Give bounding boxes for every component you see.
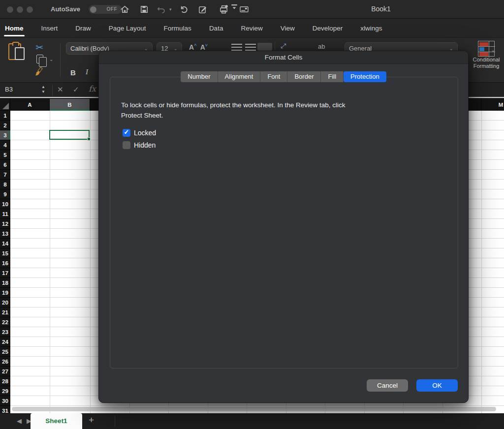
save-icon[interactable] <box>140 4 149 15</box>
row-header-13[interactable]: 13 <box>0 229 10 239</box>
ribbon-tab-page-layout[interactable]: Page Layout <box>109 25 146 32</box>
row-header-15[interactable]: 15 <box>0 248 10 258</box>
row-header-5[interactable]: 5 <box>0 150 10 160</box>
confirm-entry-icon[interactable]: ✓ <box>73 85 79 94</box>
row-header-26[interactable]: 26 <box>0 357 10 367</box>
select-all-corner[interactable] <box>0 99 10 111</box>
conditional-formatting-chevron-icon: ⌄ <box>491 47 495 53</box>
dialog-tab-number[interactable]: Number <box>181 71 218 82</box>
row-header-19[interactable]: 19 <box>0 288 10 298</box>
prev-sheet-icon[interactable]: ◀ <box>17 417 22 425</box>
format-painter-icon[interactable]: 🖌 <box>33 66 44 78</box>
home-icon[interactable] <box>120 4 129 15</box>
row-header-20[interactable]: 20 <box>0 298 10 307</box>
paste-page-icon <box>15 47 25 60</box>
name-box-stepper[interactable]: ▲▼ <box>41 85 45 94</box>
row-header-30[interactable]: 30 <box>0 396 10 406</box>
row-header-7[interactable]: 7 <box>0 170 10 180</box>
ribbon-tab-insert[interactable]: Insert <box>41 25 58 32</box>
ribbon-tab-review[interactable]: Review <box>241 25 262 32</box>
bold-button[interactable]: B <box>70 68 76 77</box>
row-header-21[interactable]: 21 <box>0 307 10 317</box>
cancel-button[interactable]: Cancel <box>367 379 408 392</box>
wrap-text-icon[interactable]: ab <box>318 43 325 50</box>
paste-button[interactable] <box>6 42 30 71</box>
grow-font-icon[interactable]: A^ A˅ <box>189 43 208 51</box>
column-header-M[interactable]: M <box>481 99 504 111</box>
row-header-18[interactable]: 18 <box>0 278 10 288</box>
name-box[interactable]: B3 <box>5 86 13 93</box>
merge-cells-icon[interactable] <box>257 43 272 51</box>
hidden-checkbox[interactable]: Hidden <box>123 141 156 149</box>
gridline <box>90 111 91 413</box>
column-header-A[interactable]: A <box>10 99 50 111</box>
zoom-window-button[interactable] <box>27 6 33 13</box>
row-header-14[interactable]: 14 <box>0 239 10 248</box>
row-header-4[interactable]: 4 <box>0 140 10 150</box>
row-header-25[interactable]: 25 <box>0 347 10 357</box>
copy-chevron-icon[interactable]: ⌄ <box>49 57 53 62</box>
compose-icon[interactable] <box>198 4 207 15</box>
row-header-29[interactable]: 29 <box>0 386 10 396</box>
row-header-31[interactable]: 31 <box>0 406 10 413</box>
row-header-16[interactable]: 16 <box>0 258 10 268</box>
sheet-tab-sheet1[interactable]: Sheet1 <box>31 413 82 429</box>
ribbon-tab-formulas[interactable]: Formulas <box>164 25 191 32</box>
copy-icon[interactable] <box>36 55 43 63</box>
ribbon-tab-view[interactable]: View <box>281 25 295 32</box>
redo-icon[interactable] <box>179 4 189 15</box>
row-header-1[interactable]: 1 <box>0 111 10 121</box>
share-card-icon[interactable] <box>239 4 249 15</box>
dialog-tab-alignment[interactable]: Alignment <box>218 71 261 82</box>
row-header-9[interactable]: 9 <box>0 189 10 199</box>
row-header-3[interactable]: 3 <box>0 130 10 140</box>
undo-icon[interactable] <box>157 4 166 15</box>
conditional-formatting-label-2: Formatting <box>469 63 504 69</box>
customize-toolbar-icon[interactable] <box>231 4 238 15</box>
ribbon-tab-home[interactable]: Home <box>5 25 24 32</box>
row-header-8[interactable]: 8 <box>0 180 10 189</box>
row-header-24[interactable]: 24 <box>0 337 10 347</box>
row-header-23[interactable]: 23 <box>0 327 10 337</box>
align-center-icon[interactable] <box>245 44 256 51</box>
ok-button[interactable]: OK <box>416 379 458 392</box>
dialog-tab-font[interactable]: Font <box>260 71 287 82</box>
fill-handle[interactable] <box>87 137 91 141</box>
dialog-tab-border[interactable]: Border <box>287 71 321 82</box>
align-left-icon[interactable] <box>231 44 242 51</box>
locked-checkbox-box[interactable] <box>123 129 130 137</box>
minimize-window-button[interactable] <box>17 6 23 13</box>
ribbon-tab-data[interactable]: Data <box>209 25 223 32</box>
row-header-11[interactable]: 11 <box>0 209 10 219</box>
close-window-button[interactable] <box>7 6 13 13</box>
locked-checkbox[interactable]: Locked <box>123 129 156 137</box>
autosave-toggle[interactable]: OFF <box>89 5 122 14</box>
dialog-title: Format Cells <box>99 51 468 64</box>
protection-help-text: To lock cells or hide formulas, protect … <box>121 100 421 121</box>
ribbon-tab-xlwings[interactable]: xlwings <box>360 25 382 32</box>
italic-button[interactable]: I <box>86 68 88 76</box>
ribbon-tab-draw[interactable]: Draw <box>75 25 91 32</box>
cancel-entry-icon[interactable]: ✕ <box>57 85 63 94</box>
undo-menu-chevron-icon[interactable]: ▾ <box>169 4 172 15</box>
row-header-27[interactable]: 27 <box>0 367 10 376</box>
horizontal-scrollbar[interactable] <box>12 407 496 411</box>
row-header-22[interactable]: 22 <box>0 317 10 327</box>
dialog-tab-fill[interactable]: Fill <box>321 71 344 82</box>
row-header-2[interactable]: 2 <box>0 121 10 130</box>
ribbon-tab-developer[interactable]: Developer <box>313 25 343 32</box>
column-header-B[interactable]: B <box>50 99 90 111</box>
row-header-10[interactable]: 10 <box>0 199 10 209</box>
print-icon[interactable] <box>219 4 229 15</box>
text-orientation-icon[interactable]: ⤢ <box>281 42 286 50</box>
add-sheet-button[interactable]: + <box>89 415 94 426</box>
row-header-6[interactable]: 6 <box>0 160 10 170</box>
row-header-28[interactable]: 28 <box>0 376 10 386</box>
dialog-tab-protection[interactable]: Protection <box>344 71 386 82</box>
insert-function-icon[interactable]: fx <box>89 84 96 93</box>
row-header-12[interactable]: 12 <box>0 219 10 229</box>
row-header-17[interactable]: 17 <box>0 268 10 278</box>
conditional-formatting-button[interactable]: ⌄ Conditional Formatting <box>469 41 504 69</box>
hidden-checkbox-box[interactable] <box>123 141 130 149</box>
cut-icon[interactable]: ✂ <box>35 42 43 53</box>
